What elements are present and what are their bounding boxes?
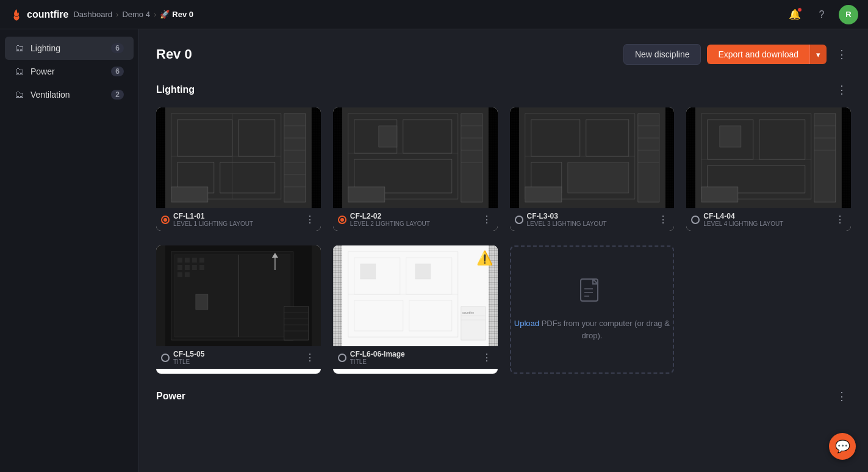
svg-rect-21 xyxy=(379,126,397,147)
card-cf-l4-04[interactable]: CF-L4-04 LEVEL 4 LIGHTING LAYOUT ⋮ xyxy=(686,107,851,231)
svg-rect-36 xyxy=(637,114,659,202)
card-name-cf-l1-01: CF-L1-01 xyxy=(173,212,300,220)
card-radio-cf-l6-06[interactable] xyxy=(338,354,346,362)
card-name-cf-l3-03: CF-L3-03 xyxy=(527,212,654,220)
card-info-cf-l3-03: CF-L3-03 LEVEL 3 LIGHTING LAYOUT xyxy=(527,212,654,227)
card-footer-cf-l3-03: CF-L3-03 LEVEL 3 LIGHTING LAYOUT ⋮ xyxy=(510,208,675,231)
chat-bubble[interactable]: 💬 xyxy=(829,433,856,460)
user-avatar[interactable]: R xyxy=(839,5,858,24)
notifications-button[interactable]: 🔔 xyxy=(785,5,805,24)
main-content: Rev 0 New discipline Export and download… xyxy=(139,29,868,472)
card-cf-l1-01[interactable]: CF-L1-01 LEVEL 1 LIGHTING LAYOUT ⋮ xyxy=(156,107,321,231)
card-info-cf-l4-04: CF-L4-04 LEVEL 4 LIGHTING LAYOUT xyxy=(703,212,830,227)
svg-rect-63 xyxy=(192,265,197,270)
svg-rect-66 xyxy=(185,272,190,277)
breadcrumb-sep-2: › xyxy=(154,10,156,19)
card-name-cf-l5-05: CF-L5-05 xyxy=(173,350,300,358)
card-thumb-cf-l2-02 xyxy=(333,107,498,208)
power-section-more-button[interactable]: ⋮ xyxy=(833,388,851,404)
page-title: Rev 0 xyxy=(156,46,192,62)
export-dropdown-button[interactable]: ▾ xyxy=(809,45,827,64)
topnav-right: 🔔 ? R xyxy=(785,5,858,24)
card-more-cf-l1-01[interactable]: ⋮ xyxy=(304,215,316,225)
card-more-cf-l2-02[interactable]: ⋮ xyxy=(481,215,493,225)
blueprint-svg-4 xyxy=(686,107,851,208)
sidebar-item-count-power: 6 xyxy=(111,67,124,76)
page-more-button[interactable]: ⋮ xyxy=(833,46,851,62)
power-section-title: Power xyxy=(156,391,185,402)
card-cf-l6-06[interactable]: countfire ⚠️ CF-L6-06-Image Title ⋮ xyxy=(333,245,498,374)
card-more-cf-l3-03[interactable]: ⋮ xyxy=(657,215,669,225)
card-footer-cf-l5-05: CF-L5-05 Title ⋮ xyxy=(156,346,321,369)
blueprint-svg-3 xyxy=(510,107,675,208)
svg-rect-49 xyxy=(814,114,836,202)
card-cf-l2-02[interactable]: CF-L2-02 LEVEL 2 LIGHTING LAYOUT ⋮ xyxy=(333,107,498,231)
rocket-icon: 🚀 xyxy=(160,10,170,19)
card-footer-cf-l2-02: CF-L2-02 LEVEL 2 LIGHTING LAYOUT ⋮ xyxy=(333,208,498,231)
sidebar-item-power[interactable]: 🗂 Power 6 xyxy=(5,60,134,83)
sidebar-item-lighting[interactable]: 🗂 Lighting 6 xyxy=(5,37,134,60)
lighting-cards-row1: CF-L1-01 LEVEL 1 LIGHTING LAYOUT ⋮ xyxy=(156,107,851,231)
folder-icon-lighting: 🗂 xyxy=(15,43,24,54)
card-name-cf-l2-02: CF-L2-02 xyxy=(350,212,477,220)
lighting-section: Lighting ⋮ xyxy=(156,82,851,374)
card-subtitle-cf-l2-02: LEVEL 2 LIGHTING LAYOUT xyxy=(350,220,477,227)
card-cf-l3-03[interactable]: CF-L3-03 LEVEL 3 LIGHTING LAYOUT ⋮ xyxy=(510,107,675,231)
breadcrumb-sep-1: › xyxy=(116,10,118,19)
svg-rect-61 xyxy=(178,265,182,270)
export-button[interactable]: Export and download xyxy=(707,45,809,64)
breadcrumb-demo4[interactable]: Demo 4 xyxy=(122,10,150,19)
sidebar-item-ventilation[interactable]: 🗂 Ventilation 2 xyxy=(5,83,134,106)
main-layout: 🗂 Lighting 6 🗂 Power 6 🗂 Ventilation 2 R… xyxy=(0,29,868,472)
sidebar-item-count-ventilation: 2 xyxy=(111,90,124,100)
card-info-cf-l2-02: CF-L2-02 LEVEL 2 LIGHTING LAYOUT xyxy=(350,212,477,227)
help-icon: ? xyxy=(819,9,825,20)
card-name-cf-l4-04: CF-L4-04 xyxy=(703,212,830,220)
card-subtitle-cf-l1-01: LEVEL 1 LIGHTING LAYOUT xyxy=(173,220,300,227)
lighting-cards-row2: CF-L5-05 Title ⋮ xyxy=(156,245,851,374)
page-header-actions: New discipline Export and download ▾ ⋮ xyxy=(623,44,851,65)
svg-rect-15 xyxy=(171,187,208,202)
new-discipline-button[interactable]: New discipline xyxy=(623,44,701,65)
svg-text:countfire: countfire xyxy=(462,311,474,314)
svg-rect-69 xyxy=(284,307,309,340)
card-radio-cf-l3-03[interactable] xyxy=(515,216,523,224)
empty-slot xyxy=(686,245,851,374)
svg-rect-23 xyxy=(461,114,482,202)
upload-link[interactable]: Upload xyxy=(514,319,539,328)
card-footer-cf-l6-06: CF-L6-06-Image Title ⋮ xyxy=(333,346,498,369)
card-footer-cf-l4-04: CF-L4-04 LEVEL 4 LIGHTING LAYOUT ⋮ xyxy=(686,208,851,231)
card-cf-l5-05[interactable]: CF-L5-05 Title ⋮ xyxy=(156,245,321,374)
help-button[interactable]: ? xyxy=(812,5,831,24)
sidebar-item-count-lighting: 6 xyxy=(111,43,124,53)
card-more-cf-l5-05[interactable]: ⋮ xyxy=(304,353,316,363)
breadcrumb-dashboard[interactable]: Dashboard xyxy=(73,10,112,19)
card-thumb-cf-l5-05 xyxy=(156,245,321,346)
logo-icon xyxy=(10,8,23,21)
lighting-section-more-button[interactable]: ⋮ xyxy=(833,82,851,98)
svg-rect-59 xyxy=(192,258,197,263)
card-thumb-cf-l3-03 xyxy=(510,107,675,208)
power-section: Power ⋮ xyxy=(156,388,851,404)
upload-text: Upload PDFs from your computer (or drag … xyxy=(511,318,673,341)
card-radio-cf-l2-02[interactable] xyxy=(338,216,346,224)
svg-rect-67 xyxy=(239,255,239,337)
card-thumb-cf-l4-04 xyxy=(686,107,851,208)
card-radio-cf-l1-01[interactable] xyxy=(161,216,170,224)
folder-icon-ventilation: 🗂 xyxy=(15,89,24,100)
blueprint-svg-2 xyxy=(333,107,498,208)
upload-card[interactable]: Upload PDFs from your computer (or drag … xyxy=(510,245,675,374)
card-info-cf-l1-01: CF-L1-01 LEVEL 1 LIGHTING LAYOUT xyxy=(173,212,300,227)
svg-rect-62 xyxy=(185,265,190,270)
card-radio-cf-l4-04[interactable] xyxy=(691,216,700,224)
breadcrumb: Dashboard › Demo 4 › 🚀 Rev 0 xyxy=(73,10,193,19)
upload-file-icon xyxy=(579,278,604,313)
svg-rect-65 xyxy=(178,272,182,277)
card-radio-cf-l5-05[interactable] xyxy=(161,354,170,362)
sidebar-item-label-power: Power xyxy=(30,67,105,76)
card-more-cf-l4-04[interactable]: ⋮ xyxy=(834,215,846,225)
svg-rect-8 xyxy=(284,114,306,202)
card-thumb-cf-l6-06: countfire ⚠️ xyxy=(333,245,498,346)
card-more-cf-l6-06[interactable]: ⋮ xyxy=(481,353,493,363)
blueprint-svg-6: countfire xyxy=(333,245,498,346)
